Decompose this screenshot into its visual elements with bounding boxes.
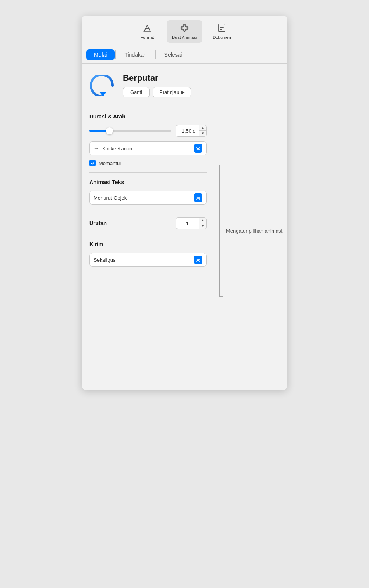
- direction-arrow-icon: →: [94, 145, 99, 151]
- annotation-text: Mengatur pilihan animasi.: [224, 228, 284, 234]
- kirim-section: Kirim Sekaligus: [89, 241, 207, 267]
- dokumen-icon: [216, 23, 227, 33]
- duration-down-button[interactable]: ▼: [199, 131, 206, 136]
- pratinjau-label: Pratinjau: [159, 89, 179, 95]
- animasi-teks-chevron-icon: [194, 193, 202, 202]
- urutan-stepper[interactable]: ▲ ▼: [199, 218, 206, 229]
- pratinjau-button[interactable]: Pratinjau ▶: [153, 87, 191, 97]
- animasi-teks-dropdown[interactable]: Menurut Objek: [89, 191, 207, 205]
- sep-1: [89, 107, 207, 107]
- toolbar: Format Buat Animasi: [82, 16, 287, 46]
- svg-rect-4: [220, 29, 222, 30]
- memantul-row: Memantul: [89, 160, 207, 166]
- durasi-arah-label: Durasi & Arah: [89, 113, 207, 120]
- urutan-down-button[interactable]: ▼: [199, 223, 206, 229]
- urutan-label: Urutan: [89, 220, 176, 226]
- tabs-bar: Mulai Tindakan Selesai: [82, 46, 287, 64]
- tab-divider-2: [155, 50, 156, 59]
- urutan-up-button[interactable]: ▲: [199, 218, 206, 223]
- urutan-value: 1: [176, 219, 199, 228]
- direction-dropdown[interactable]: → Kiri ke Kanan: [89, 141, 207, 155]
- duration-stepper[interactable]: ▲ ▼: [199, 125, 206, 136]
- sep-4: [89, 235, 207, 235]
- animation-title-area: Berputar Ganti Pratinjau ▶: [123, 73, 191, 97]
- ganti-button[interactable]: Ganti: [123, 87, 150, 97]
- dokumen-label: Dokumen: [213, 35, 231, 40]
- duration-up-button[interactable]: ▲: [199, 125, 206, 131]
- toolbar-format[interactable]: Format: [132, 20, 163, 43]
- direction-chevron-icon: [194, 144, 202, 153]
- toolbar-buat-animasi[interactable]: Buat Animasi: [167, 20, 202, 43]
- kirim-label: Kirim: [89, 241, 207, 247]
- duration-input[interactable]: 1,50 d ▲ ▼: [176, 125, 207, 137]
- animation-header: Berputar Ganti Pratinjau ▶: [89, 64, 207, 105]
- annotation-bracket-area: Mengatur pilihan animasi.: [216, 64, 284, 390]
- bracket-svg: [216, 165, 224, 297]
- animasi-teks-section: Animasi Teks Menurut Objek: [89, 179, 207, 205]
- tab-divider-1: [115, 50, 116, 59]
- kirim-dropdown[interactable]: Sekaligus: [89, 253, 207, 267]
- berputar-icon: [89, 75, 117, 96]
- format-label: Format: [140, 35, 154, 40]
- format-icon: [142, 23, 153, 33]
- direction-text: Kiri ke Kanan: [102, 146, 194, 151]
- duration-value: 1,50 d: [176, 127, 199, 136]
- tab-tindakan[interactable]: Tindakan: [117, 49, 154, 60]
- kirim-value: Sekaligus: [94, 257, 194, 263]
- svg-rect-2: [220, 26, 224, 26]
- animation-title: Berputar: [123, 73, 191, 83]
- duration-slider-track[interactable]: [89, 127, 171, 135]
- duration-row: 1,50 d ▲ ▼: [89, 125, 207, 137]
- buat-animasi-label: Buat Animasi: [172, 35, 197, 40]
- memantul-checkbox[interactable]: [89, 160, 96, 166]
- animasi-teks-value: Menurut Objek: [94, 195, 194, 201]
- urutan-input[interactable]: 1 ▲ ▼: [176, 217, 207, 229]
- sep-5: [89, 273, 207, 273]
- sep-2: [89, 172, 207, 173]
- memantul-label: Memantul: [99, 160, 121, 166]
- animasi-teks-label: Animasi Teks: [89, 179, 207, 185]
- animasi-icon: [179, 23, 190, 33]
- play-icon: ▶: [181, 90, 184, 95]
- durasi-arah-section: Durasi & Arah 1,50 d ▲ ▼: [89, 113, 207, 166]
- urutan-section: Urutan 1 ▲ ▼: [89, 217, 207, 229]
- svg-rect-3: [220, 27, 224, 28]
- tab-mulai[interactable]: Mulai: [86, 49, 115, 60]
- kirim-chevron-icon: [194, 256, 202, 264]
- sep-3: [89, 211, 207, 211]
- toolbar-dokumen[interactable]: Dokumen: [206, 20, 237, 43]
- tab-selesai[interactable]: Selesai: [157, 49, 190, 60]
